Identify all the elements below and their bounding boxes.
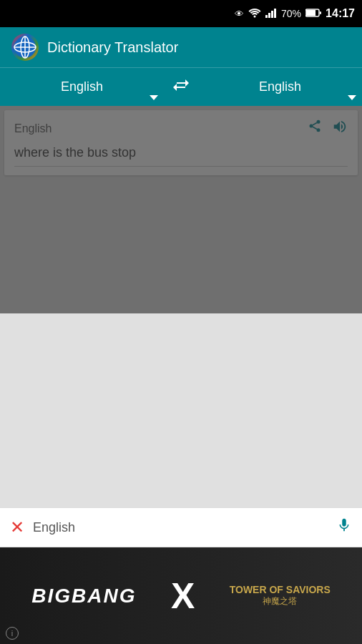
target-language-tab[interactable]: English (198, 68, 362, 106)
status-icons: 👁 70% (235, 7, 355, 20)
swap-languages-button[interactable] (164, 70, 198, 104)
content-region: English where is th (0, 106, 362, 313)
eye-icon: 👁 (235, 9, 244, 19)
lang-tab-bar: English English (0, 67, 362, 106)
source-lang-dropdown-arrow (150, 95, 158, 100)
ad-x-text: X (171, 575, 195, 617)
overlay (0, 106, 362, 313)
ad-info-icon[interactable]: i (6, 627, 19, 640)
source-language-tab[interactable]: English (0, 68, 164, 106)
svg-rect-1 (265, 15, 268, 18)
svg-rect-2 (268, 13, 270, 18)
target-lang-dropdown-arrow (348, 95, 356, 100)
status-time: 14:17 (326, 7, 355, 20)
ad-bigbang-text: BIGBANG (31, 585, 136, 608)
app-title: Dictionary Translator (47, 39, 178, 56)
ad-banner: BIGBANG X TOWER OF SAVIORS 神魔之塔 i (0, 547, 362, 644)
app-header: Dictionary Translator (0, 27, 362, 67)
mic-search-icon[interactable] (336, 517, 352, 537)
ad-tower: TOWER OF SAVIORS 神魔之塔 (230, 584, 331, 608)
status-bar: 👁 70% (0, 0, 362, 27)
ad-tower-en: TOWER OF SAVIORS (230, 584, 331, 595)
app-logo (11, 34, 39, 61)
svg-rect-7 (320, 11, 321, 14)
battery-icon (305, 7, 321, 20)
bottom-search-bar: ✕ (0, 507, 362, 547)
swap-icon (172, 77, 190, 97)
svg-rect-3 (271, 11, 273, 18)
ad-tower-cn: 神魔之塔 (263, 595, 297, 608)
svg-rect-6 (306, 10, 315, 16)
source-language-label: English (61, 79, 103, 94)
svg-rect-4 (274, 9, 276, 18)
signal-icon (265, 8, 277, 20)
svg-point-0 (254, 15, 256, 17)
battery-percent: 70% (281, 8, 301, 19)
wifi-icon (248, 8, 261, 20)
target-language-label: English (259, 79, 301, 94)
ad-content: BIGBANG X TOWER OF SAVIORS 神魔之塔 (0, 547, 362, 644)
search-input[interactable] (33, 520, 328, 535)
close-button[interactable]: ✕ (10, 517, 24, 537)
